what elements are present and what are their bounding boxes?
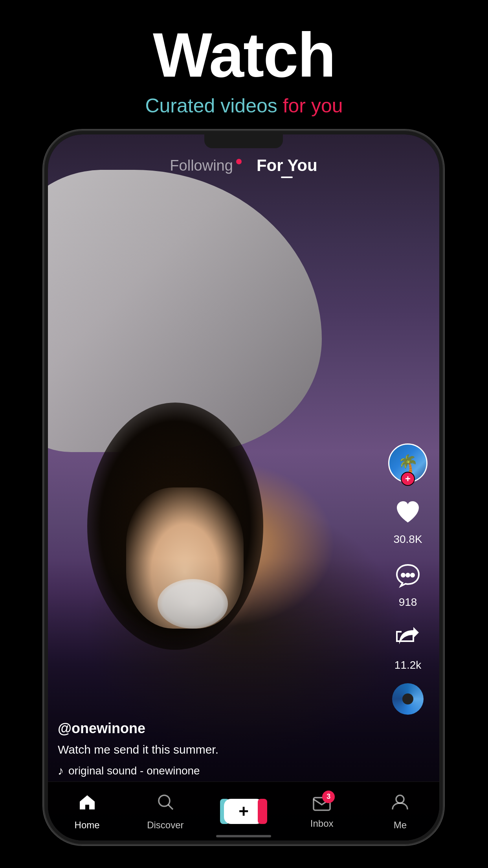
music-title: original sound - onewinone [68, 765, 200, 777]
share-icon [394, 624, 422, 652]
discover-nav-label: Discover [147, 820, 183, 831]
phone-notch [204, 134, 283, 148]
music-disc[interactable] [392, 683, 424, 715]
like-count: 30.8K [393, 533, 422, 546]
svg-point-0 [401, 573, 405, 577]
comment-count: 918 [399, 596, 417, 609]
live-indicator-dot [236, 159, 242, 164]
plus-sign-icon: + [238, 803, 249, 820]
comment-icon [394, 561, 422, 589]
svg-line-4 [168, 805, 173, 809]
right-actions-panel: 🌴 + 30.8K [388, 443, 427, 715]
tab-following[interactable]: Following [170, 157, 233, 174]
nav-item-me[interactable]: Me [361, 792, 439, 831]
svg-point-6 [396, 795, 404, 803]
like-button[interactable]: 30.8K [390, 495, 426, 546]
heart-icon-container [390, 495, 426, 530]
home-icon [77, 792, 97, 817]
bottom-navigation: Home Discover + [48, 782, 439, 840]
nav-item-home[interactable]: Home [48, 792, 126, 831]
svg-point-1 [405, 573, 410, 577]
music-disc-center [402, 693, 413, 704]
profile-icon [390, 792, 410, 817]
phone-screen: Following For You 🌴 + [48, 134, 439, 840]
home-nav-label: Home [75, 820, 100, 831]
phone-frame: Following For You 🌴 + [43, 130, 444, 845]
share-count: 11.2k [394, 659, 422, 671]
plus-btn-right-accent [258, 799, 267, 824]
creator-avatar[interactable]: 🌴 + [388, 443, 427, 483]
create-button[interactable]: + [224, 799, 263, 824]
hero-subtitle: Curated videos for you [0, 94, 488, 117]
caption-music[interactable]: ♪ original sound - onewinone [58, 764, 380, 778]
inbox-badge-count: 3 [322, 791, 335, 803]
follow-plus-button[interactable]: + [401, 472, 415, 486]
share-button[interactable]: 11.2k [390, 620, 426, 671]
svg-point-3 [159, 795, 170, 806]
hero-subtitle-pink: for you [283, 95, 343, 117]
heart-icon [394, 498, 422, 526]
avatar-palm-icon: 🌴 [398, 454, 418, 473]
hero-title: Watch [0, 24, 488, 86]
comment-button[interactable]: 918 [390, 557, 426, 609]
share-icon-container [390, 620, 426, 656]
hero-subtitle-teal: Curated videos [145, 95, 277, 117]
home-indicator [216, 835, 271, 837]
top-navigation: Following For You [48, 156, 439, 175]
inbox-nav-label: Inbox [310, 818, 334, 829]
nav-item-inbox[interactable]: 3 Inbox [283, 794, 361, 829]
caption-text: Watch me send it this summer. [58, 741, 380, 758]
me-nav-label: Me [394, 820, 407, 831]
hero-section: Watch Curated videos for you [0, 0, 488, 117]
inbox-icon-wrapper: 3 [312, 794, 332, 815]
comment-icon-container [390, 557, 426, 593]
creator-username[interactable]: @onewinone [58, 720, 380, 737]
tab-foryou[interactable]: For You [257, 156, 317, 175]
svg-point-2 [410, 573, 415, 577]
discover-icon [156, 792, 175, 817]
music-note-icon: ♪ [58, 764, 64, 778]
nav-item-create[interactable]: + [204, 799, 283, 824]
nav-item-discover[interactable]: Discover [126, 792, 204, 831]
video-caption: @onewinone Watch me send it this summer.… [58, 720, 380, 778]
